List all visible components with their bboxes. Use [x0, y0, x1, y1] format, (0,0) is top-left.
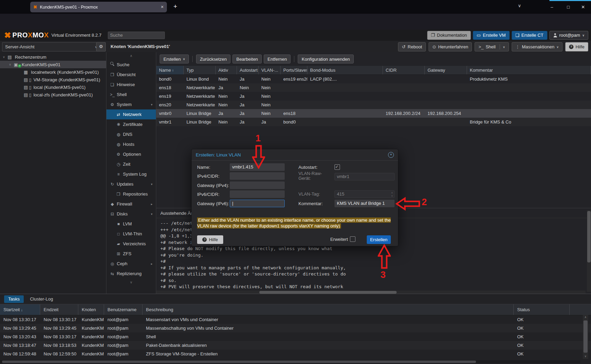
- autostart-checkbox[interactable]: [334, 164, 340, 170]
- vertical-scrollbar[interactable]: [587, 210, 591, 292]
- tree-item[interactable]: ∨ ▤ Rechenzentrum: [0, 53, 106, 61]
- menu-item[interactable]: >_ Shell: [106, 90, 156, 99]
- menu-group-arrow-icon[interactable]: ▸: [151, 202, 152, 206]
- vertical-scrollbar[interactable]: ∧ ∨: [583, 315, 588, 359]
- view-select[interactable]: Server-Ansicht ∨: [2, 42, 100, 51]
- network-table-row[interactable]: bond0 Linux Bond Nein Ja Nein ens19 ens2…: [156, 75, 591, 83]
- task-row[interactable]: Nov 08 13:29:45 Nov 08 13:29:45 KundenKM…: [0, 324, 591, 332]
- task-row[interactable]: Nov 08 13:30:17 Nov 08 13:30:17 KundenKM…: [0, 315, 591, 324]
- global-search-input[interactable]: Suche: [108, 32, 165, 39]
- menu-group-arrow-icon[interactable]: ▾: [151, 212, 152, 216]
- tree-item[interactable]: ▤ ▯ local (KundenKMS-pve01): [0, 83, 106, 91]
- user-menu-button[interactable]: root@pam ∨: [549, 31, 588, 40]
- column-header-startzeit[interactable]: Startzeit↓: [0, 304, 40, 315]
- menu-item[interactable]: ❒ Repositories: [106, 189, 156, 199]
- tree-item[interactable]: ∨ ▣ KundenKMS-pve01: [0, 61, 106, 68]
- column-header-bond[interactable]: Bond-Modus: [307, 66, 383, 74]
- tree-item[interactable]: ▦ localnetwork (KundenKMS-pve01): [0, 68, 106, 76]
- menu-item[interactable]: ❋ Zertifikate: [106, 119, 156, 129]
- tab-close-icon[interactable]: ✕: [161, 5, 164, 9]
- column-header-comment[interactable]: Kommentar: [467, 66, 591, 74]
- menu-item[interactable]: ❐ Übersicht: [106, 70, 156, 80]
- network-table-row[interactable]: vmbr0 Linux Bridge Ja Ja Nein ens18 192.…: [156, 109, 591, 118]
- task-row[interactable]: Nov 08 13:18:47 Nov 08 13:18:53 KundenKM…: [0, 341, 591, 350]
- dialog-help-button[interactable]: ?Hilfe: [197, 235, 223, 244]
- scroll-down-icon[interactable]: ∨: [583, 354, 588, 359]
- comment-field[interactable]: KMS VLAN auf Bridge 1: [334, 200, 395, 207]
- menu-item[interactable]: ⊞ ZFS: [106, 249, 156, 259]
- scrollbar-thumb[interactable]: [259, 291, 397, 294]
- ipv4-field[interactable]: [230, 172, 285, 180]
- tab-cluster-log[interactable]: Cluster-Log: [26, 296, 56, 302]
- column-header-typ[interactable]: Typ: [184, 66, 216, 74]
- gateway-ipv4-field[interactable]: [230, 181, 285, 189]
- column-header-knoten[interactable]: Knoten: [78, 304, 104, 315]
- menu-item[interactable]: ≡ System Log: [106, 169, 156, 179]
- tree-item[interactable]: ▤ ▯ VM-Storage (KundenKMS-pve01): [0, 76, 106, 83]
- menu-item[interactable]: ⚙ System ▾: [106, 99, 156, 109]
- task-row[interactable]: Nov 08 12:59:48 Nov 08 12:59:50 KundenKM…: [0, 350, 591, 358]
- network-table-row[interactable]: ens20 Netzwerkkarte Nein Ja Nein: [156, 101, 591, 109]
- documentation-button[interactable]: ❐ Dokumentation: [427, 31, 471, 40]
- network-table-row[interactable]: ens18 Netzwerkkarte Ja Nein Nein: [156, 83, 591, 92]
- scrollbar-thumb[interactable]: [2, 361, 476, 363]
- menu-group-arrow-icon[interactable]: ▾: [151, 183, 152, 186]
- column-header-benutzername[interactable]: Benutzername: [104, 304, 143, 315]
- column-header-ports[interactable]: Ports/Slaves: [281, 66, 307, 74]
- menu-item[interactable]: ⇆ Replizierung: [106, 269, 156, 279]
- scroll-up-icon[interactable]: ∧: [583, 315, 588, 320]
- tab-tasks[interactable]: Tasks: [4, 295, 24, 303]
- remove-button[interactable]: Entfernen: [264, 55, 291, 63]
- menu-item[interactable]: ⇄ Netzwerk: [106, 109, 156, 119]
- column-header-vlan[interactable]: VLAN-...: [259, 66, 281, 74]
- column-header-name[interactable]: Name↑: [156, 66, 184, 74]
- network-table-row[interactable]: vmbr1 Linux Bridge Nein Ja Ja bond0 Brid…: [156, 118, 591, 126]
- advanced-checkbox[interactable]: [350, 236, 355, 242]
- new-tab-button[interactable]: +: [173, 3, 177, 10]
- create-ct-button[interactable]: ❑ Erstelle CT: [512, 31, 547, 40]
- ipv6-field[interactable]: [230, 190, 285, 198]
- menu-item[interactable]: ◷ Zeit: [106, 159, 156, 169]
- horizontal-scrollbar[interactable]: [0, 360, 580, 363]
- menu-item[interactable]: ▰ Verzeichnis: [106, 239, 156, 249]
- menu-item[interactable]: ◍ Hosts: [106, 139, 156, 149]
- shell-button[interactable]: >_Shell∨: [475, 42, 509, 51]
- scrollbar-thumb[interactable]: [587, 211, 591, 262]
- create-vm-button[interactable]: ▭ Erstelle VM: [473, 31, 510, 40]
- dialog-create-button[interactable]: Erstellen: [367, 235, 391, 244]
- column-header-cidr[interactable]: CIDR: [383, 66, 425, 74]
- window-minimize-button[interactable]: –: [544, 0, 560, 14]
- menu-item[interactable]: □ LVM-Thin: [106, 229, 156, 239]
- menu-item[interactable]: ⊟ Disks ▾: [106, 209, 156, 219]
- network-table-row[interactable]: ens19 Netzwerkkarte Nein Ja Nein: [156, 92, 591, 101]
- browser-tab[interactable]: ✖ KundenKMS-pve01 - Proxmox ✕: [30, 2, 167, 12]
- menu-group-arrow-icon[interactable]: ▾: [151, 103, 152, 106]
- tree-expand-icon[interactable]: ∨: [3, 55, 8, 59]
- column-header-beschreibung[interactable]: Beschreibung: [143, 304, 514, 315]
- column-header-endzeit[interactable]: Endzeit: [40, 304, 78, 315]
- apply-config-button[interactable]: Konfiguration anwenden: [298, 55, 353, 63]
- shutdown-button[interactable]: ⊙Herunterfahren: [429, 42, 472, 51]
- view-settings-button[interactable]: ⚙: [96, 42, 106, 51]
- tree-item[interactable]: ▤ ▯ local-zfs (KundenKMS-pve01): [0, 91, 106, 98]
- tab-list-chevron-icon[interactable]: ∨: [518, 3, 521, 8]
- create-button[interactable]: Erstellen∨: [160, 55, 189, 63]
- chevron-down-icon[interactable]: ∨: [503, 45, 505, 49]
- scrollbar-thumb[interactable]: [583, 320, 588, 353]
- gateway-ipv6-field[interactable]: |: [230, 200, 285, 207]
- tree-expand-icon[interactable]: ∨: [9, 63, 14, 66]
- reboot-button[interactable]: ↺Reboot: [398, 42, 426, 51]
- dialog-close-icon[interactable]: ✕: [388, 152, 394, 158]
- menu-item[interactable]: ◆ Firewall ▸: [106, 199, 156, 209]
- dialog-title-bar[interactable]: Erstellen: Linux VLAN ✕: [192, 149, 398, 161]
- menu-item[interactable]: ■ LVM: [106, 219, 156, 229]
- menu-scroll-down-icon[interactable]: ∨: [106, 279, 156, 286]
- menu-item[interactable]: ↻ Updates ▾: [106, 179, 156, 189]
- window-maximize-button[interactable]: □: [560, 0, 576, 14]
- menu-item[interactable]: ❏ Hinweise: [106, 80, 156, 90]
- bulk-actions-button[interactable]: ⋮Massenaktionen∨: [512, 42, 562, 51]
- help-button[interactable]: ?Hilfe: [565, 42, 588, 51]
- revert-button[interactable]: Zurücksetzen: [196, 55, 230, 63]
- menu-item[interactable]: ◍ DNS: [106, 129, 156, 139]
- menu-group-arrow-icon[interactable]: ▸: [151, 262, 152, 266]
